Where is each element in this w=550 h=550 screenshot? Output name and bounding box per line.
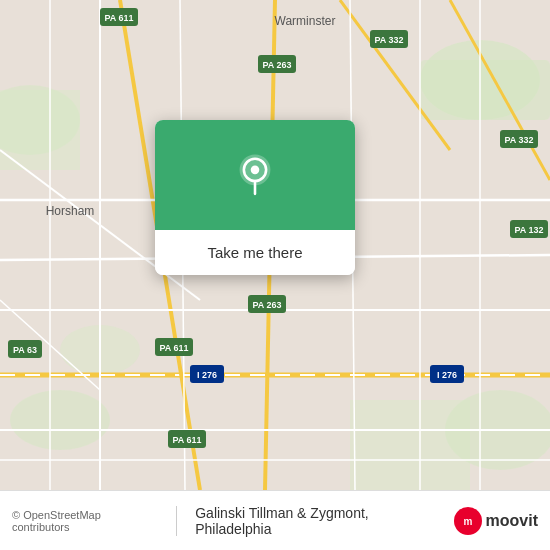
moovit-icon: m (454, 507, 482, 535)
location-name: Galinski Tillman & Zygmont, Philadelphia (195, 505, 443, 537)
svg-text:PA 332: PA 332 (504, 135, 533, 145)
svg-text:Horsham: Horsham (46, 204, 95, 218)
svg-text:I 276: I 276 (437, 370, 457, 380)
svg-text:PA 611: PA 611 (159, 343, 188, 353)
osm-credit: © OpenStreetMap contributors (12, 509, 158, 533)
svg-text:I 276: I 276 (197, 370, 217, 380)
popup-card: Take me there (155, 120, 355, 275)
bottom-bar: © OpenStreetMap contributors Galinski Ti… (0, 490, 550, 550)
svg-text:PA 611: PA 611 (104, 13, 133, 23)
svg-point-55 (251, 166, 260, 175)
popup-green-area (155, 120, 355, 230)
svg-text:PA 132: PA 132 (514, 225, 543, 235)
svg-text:Warminster: Warminster (275, 14, 336, 28)
map-container: PA 611 PA 263 PA 332 PA 332 PA 132 PA 26… (0, 0, 550, 490)
moovit-text: moovit (486, 512, 538, 530)
divider (176, 506, 177, 536)
take-me-there-button[interactable]: Take me there (155, 230, 355, 275)
svg-rect-2 (420, 60, 550, 120)
svg-text:PA 332: PA 332 (374, 35, 403, 45)
svg-text:PA 263: PA 263 (262, 60, 291, 70)
svg-text:m: m (463, 516, 472, 527)
svg-point-6 (10, 390, 110, 450)
svg-text:PA 63: PA 63 (13, 345, 37, 355)
location-pin-icon (231, 151, 279, 199)
moovit-logo: m moovit (454, 507, 538, 535)
svg-text:PA 611: PA 611 (172, 435, 201, 445)
svg-text:PA 263: PA 263 (252, 300, 281, 310)
